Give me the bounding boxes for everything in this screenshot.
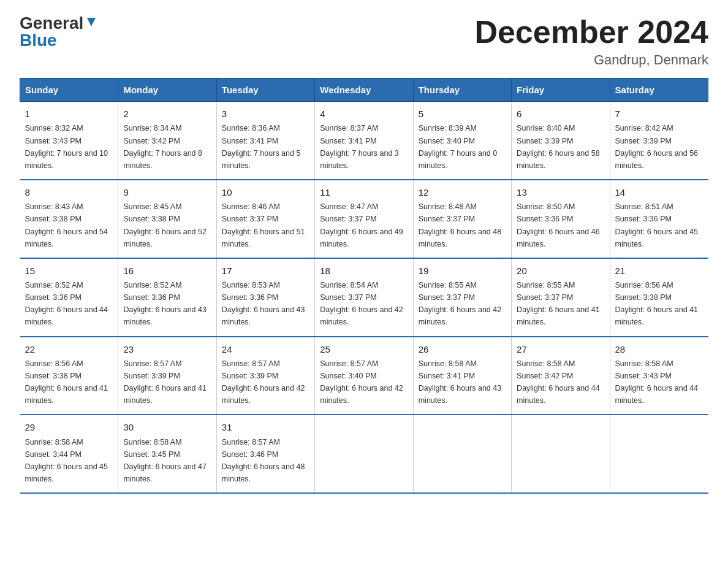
day-number: 18 (320, 264, 408, 278)
day-info: Sunrise: 8:56 AMSunset: 3:38 PMDaylight:… (25, 359, 108, 405)
day-info: Sunrise: 8:57 AMSunset: 3:46 PMDaylight:… (222, 438, 305, 483)
day-cell: 25Sunrise: 8:57 AMSunset: 3:40 PMDayligh… (315, 337, 413, 415)
day-info: Sunrise: 8:58 AMSunset: 3:43 PMDaylight:… (615, 359, 699, 405)
day-number: 4 (320, 107, 408, 121)
day-cell: 21Sunrise: 8:56 AMSunset: 3:38 PMDayligh… (610, 258, 708, 337)
day-number: 29 (25, 420, 113, 434)
day-number: 13 (517, 185, 604, 199)
day-cell: 9Sunrise: 8:45 AMSunset: 3:38 PMDaylight… (118, 180, 216, 258)
day-cell: 3Sunrise: 8:36 AMSunset: 3:41 PMDaylight… (216, 102, 314, 180)
day-number: 8 (25, 185, 113, 199)
day-number: 23 (123, 342, 211, 356)
day-cell: 27Sunrise: 8:58 AMSunset: 3:42 PMDayligh… (512, 337, 610, 415)
day-cell: 2Sunrise: 8:34 AMSunset: 3:42 PMDaylight… (118, 102, 216, 180)
week-row-3: 15Sunrise: 8:52 AMSunset: 3:36 PMDayligh… (20, 258, 708, 337)
header-friday: Friday (512, 79, 610, 102)
day-info: Sunrise: 8:55 AMSunset: 3:37 PMDaylight:… (419, 281, 502, 326)
day-info: Sunrise: 8:46 AMSunset: 3:37 PMDaylight:… (222, 202, 305, 248)
logo-general: General (20, 15, 83, 32)
header-thursday: Thursday (413, 79, 511, 102)
page-header: General Blue December 2024 Gandrup, Denm… (20, 15, 708, 68)
day-info: Sunrise: 8:58 AMSunset: 3:42 PMDaylight:… (517, 359, 600, 405)
day-cell: 13Sunrise: 8:50 AMSunset: 3:36 PMDayligh… (512, 180, 610, 258)
week-row-4: 22Sunrise: 8:56 AMSunset: 3:38 PMDayligh… (20, 337, 708, 415)
day-cell: 8Sunrise: 8:43 AMSunset: 3:38 PMDaylight… (20, 180, 118, 258)
week-row-2: 8Sunrise: 8:43 AMSunset: 3:38 PMDaylight… (20, 180, 708, 258)
day-cell: 26Sunrise: 8:58 AMSunset: 3:41 PMDayligh… (413, 337, 511, 415)
day-info: Sunrise: 8:58 AMSunset: 3:45 PMDaylight:… (123, 438, 207, 483)
week-row-1: 1Sunrise: 8:32 AMSunset: 3:43 PMDaylight… (20, 102, 708, 180)
calendar-table: SundayMondayTuesdayWednesdayThursdayFrid… (20, 78, 708, 494)
day-number: 28 (615, 342, 703, 356)
day-number: 1 (25, 107, 113, 121)
day-info: Sunrise: 8:56 AMSunset: 3:38 PMDaylight:… (615, 281, 699, 326)
day-info: Sunrise: 8:55 AMSunset: 3:37 PMDaylight:… (517, 281, 600, 326)
day-info: Sunrise: 8:57 AMSunset: 3:39 PMDaylight:… (123, 359, 207, 405)
day-cell: 5Sunrise: 8:39 AMSunset: 3:40 PMDaylight… (413, 102, 511, 180)
day-number: 12 (419, 185, 506, 199)
day-info: Sunrise: 8:52 AMSunset: 3:36 PMDaylight:… (25, 281, 108, 326)
day-cell: 20Sunrise: 8:55 AMSunset: 3:37 PMDayligh… (512, 258, 610, 337)
day-cell (413, 415, 511, 493)
day-cell: 11Sunrise: 8:47 AMSunset: 3:37 PMDayligh… (315, 180, 413, 258)
day-info: Sunrise: 8:47 AMSunset: 3:37 PMDaylight:… (320, 202, 403, 248)
day-info: Sunrise: 8:43 AMSunset: 3:38 PMDaylight:… (25, 202, 108, 248)
day-info: Sunrise: 8:58 AMSunset: 3:44 PMDaylight:… (25, 438, 108, 483)
logo: General Blue (20, 15, 98, 49)
day-info: Sunrise: 8:53 AMSunset: 3:36 PMDaylight:… (222, 281, 305, 326)
day-cell (315, 415, 413, 493)
day-info: Sunrise: 8:32 AMSunset: 3:43 PMDaylight:… (25, 124, 108, 169)
day-number: 26 (419, 342, 506, 356)
day-number: 10 (222, 185, 309, 199)
day-number: 7 (615, 107, 703, 121)
logo-blue: Blue (20, 32, 57, 49)
day-info: Sunrise: 8:40 AMSunset: 3:39 PMDaylight:… (517, 124, 600, 169)
day-info: Sunrise: 8:57 AMSunset: 3:40 PMDaylight:… (320, 359, 403, 405)
header-tuesday: Tuesday (216, 79, 314, 102)
day-number: 15 (25, 264, 113, 278)
day-info: Sunrise: 8:39 AMSunset: 3:40 PMDaylight:… (419, 124, 498, 169)
day-cell (610, 415, 708, 493)
header-wednesday: Wednesday (315, 79, 413, 102)
day-cell (512, 415, 610, 493)
day-number: 14 (615, 185, 703, 199)
day-cell: 15Sunrise: 8:52 AMSunset: 3:36 PMDayligh… (20, 258, 118, 337)
day-number: 2 (123, 107, 211, 121)
day-cell: 14Sunrise: 8:51 AMSunset: 3:36 PMDayligh… (610, 180, 708, 258)
day-number: 22 (25, 342, 113, 356)
day-info: Sunrise: 8:36 AMSunset: 3:41 PMDaylight:… (222, 124, 301, 169)
day-number: 9 (123, 185, 211, 199)
day-cell: 28Sunrise: 8:58 AMSunset: 3:43 PMDayligh… (610, 337, 708, 415)
day-info: Sunrise: 8:58 AMSunset: 3:41 PMDaylight:… (419, 359, 502, 405)
day-number: 21 (615, 264, 703, 278)
day-cell: 31Sunrise: 8:57 AMSunset: 3:46 PMDayligh… (216, 415, 314, 493)
day-info: Sunrise: 8:48 AMSunset: 3:37 PMDaylight:… (419, 202, 502, 248)
header-monday: Monday (118, 79, 216, 102)
header-sunday: Sunday (20, 79, 118, 102)
day-number: 19 (419, 264, 506, 278)
day-info: Sunrise: 8:42 AMSunset: 3:39 PMDaylight:… (615, 124, 699, 169)
logo-triangle-icon (85, 15, 98, 29)
day-info: Sunrise: 8:34 AMSunset: 3:42 PMDaylight:… (123, 124, 202, 169)
day-number: 3 (222, 107, 309, 121)
header-saturday: Saturday (610, 79, 708, 102)
day-number: 27 (517, 342, 604, 356)
day-cell: 24Sunrise: 8:57 AMSunset: 3:39 PMDayligh… (216, 337, 314, 415)
day-cell: 6Sunrise: 8:40 AMSunset: 3:39 PMDaylight… (512, 102, 610, 180)
day-cell: 10Sunrise: 8:46 AMSunset: 3:37 PMDayligh… (216, 180, 314, 258)
calendar-header: SundayMondayTuesdayWednesdayThursdayFrid… (20, 79, 708, 102)
day-cell: 30Sunrise: 8:58 AMSunset: 3:45 PMDayligh… (118, 415, 216, 493)
day-cell: 17Sunrise: 8:53 AMSunset: 3:36 PMDayligh… (216, 258, 314, 337)
day-cell: 12Sunrise: 8:48 AMSunset: 3:37 PMDayligh… (413, 180, 511, 258)
day-number: 25 (320, 342, 408, 356)
day-info: Sunrise: 8:54 AMSunset: 3:37 PMDaylight:… (320, 281, 403, 326)
day-info: Sunrise: 8:37 AMSunset: 3:41 PMDaylight:… (320, 124, 399, 169)
day-cell: 16Sunrise: 8:52 AMSunset: 3:36 PMDayligh… (118, 258, 216, 337)
week-row-5: 29Sunrise: 8:58 AMSunset: 3:44 PMDayligh… (20, 415, 708, 493)
day-number: 20 (517, 264, 604, 278)
calendar-subtitle: Gandrup, Denmark (474, 52, 708, 68)
day-cell: 19Sunrise: 8:55 AMSunset: 3:37 PMDayligh… (413, 258, 511, 337)
day-cell: 23Sunrise: 8:57 AMSunset: 3:39 PMDayligh… (118, 337, 216, 415)
day-number: 17 (222, 264, 309, 278)
day-number: 5 (419, 107, 506, 121)
